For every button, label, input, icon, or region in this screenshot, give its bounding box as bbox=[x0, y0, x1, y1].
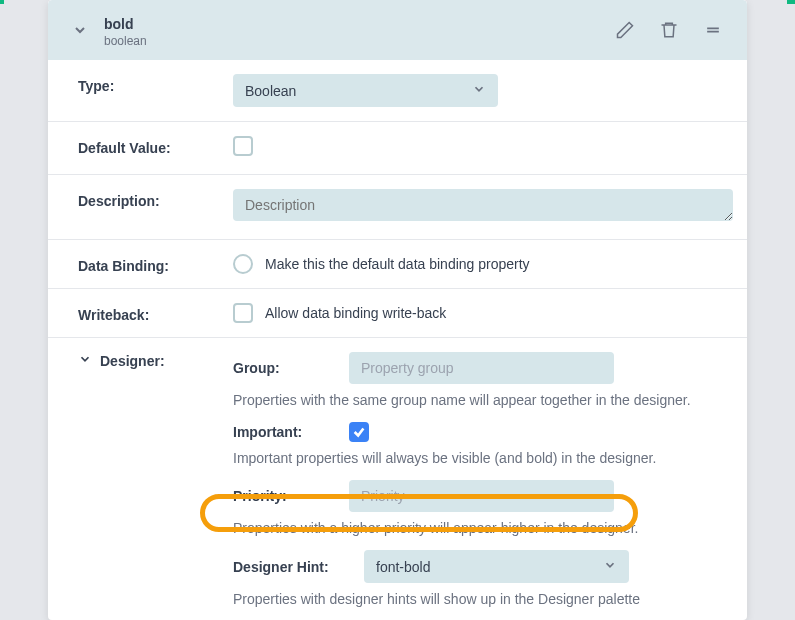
property-name: bold bbox=[104, 16, 603, 32]
header-actions bbox=[615, 20, 723, 44]
chevron-down-icon bbox=[472, 82, 486, 99]
priority-input[interactable]: Priority bbox=[349, 480, 614, 512]
writeback-checkbox[interactable] bbox=[233, 303, 253, 323]
group-help: Properties with the same group name will… bbox=[233, 392, 717, 408]
designer-hint-label: Designer Hint: bbox=[233, 559, 348, 575]
default-value-row: Default Value: bbox=[48, 122, 747, 175]
important-label: Important: bbox=[233, 424, 333, 440]
drag-handle-icon[interactable] bbox=[703, 20, 723, 44]
description-label: Description: bbox=[78, 189, 213, 209]
designer-collapse-icon[interactable] bbox=[78, 352, 92, 369]
designer-label: Designer: bbox=[100, 353, 165, 369]
designer-hint-help: Properties with designer hints will show… bbox=[233, 591, 717, 607]
description-input[interactable] bbox=[233, 189, 733, 221]
writeback-label: Writeback: bbox=[78, 303, 213, 323]
property-editor-panel: bold boolean Type: Boolean bbox=[48, 0, 747, 620]
important-checkbox[interactable] bbox=[349, 422, 369, 442]
type-select[interactable]: Boolean bbox=[233, 74, 498, 107]
designer-hint-row: Designer Hint: font-bold bbox=[233, 550, 717, 583]
delete-icon[interactable] bbox=[659, 20, 679, 44]
header-title-block: bold boolean bbox=[104, 16, 603, 48]
writeback-row: Writeback: Allow data binding write-back bbox=[48, 289, 747, 338]
group-input[interactable]: Property group bbox=[349, 352, 614, 384]
panel-header: bold boolean bbox=[48, 0, 747, 60]
default-value-checkbox[interactable] bbox=[233, 136, 253, 156]
priority-row: Priority: Priority bbox=[233, 480, 717, 512]
writeback-option-label: Allow data binding write-back bbox=[265, 305, 446, 321]
priority-help: Properties with a higher priority will a… bbox=[233, 520, 717, 536]
chevron-down-icon bbox=[603, 558, 617, 575]
data-binding-row: Data Binding: Make this the default data… bbox=[48, 240, 747, 289]
designer-content: Group: Property group Properties with th… bbox=[233, 352, 717, 620]
property-type-subtitle: boolean bbox=[104, 34, 603, 48]
data-binding-label: Data Binding: bbox=[78, 254, 213, 274]
description-row: Description: bbox=[48, 175, 747, 240]
edit-icon[interactable] bbox=[615, 20, 635, 44]
type-select-value: Boolean bbox=[245, 83, 296, 99]
important-help: Important properties will always be visi… bbox=[233, 450, 717, 466]
type-row: Type: Boolean bbox=[48, 60, 747, 122]
priority-label: Priority: bbox=[233, 488, 333, 504]
panel-body: Type: Boolean Default Value: Description… bbox=[48, 60, 747, 620]
group-label: Group: bbox=[233, 360, 333, 376]
designer-section: Designer: Group: Property group Properti… bbox=[48, 338, 747, 620]
data-binding-option-label: Make this the default data binding prope… bbox=[265, 256, 530, 272]
data-binding-radio[interactable] bbox=[233, 254, 253, 274]
designer-hint-value: font-bold bbox=[376, 559, 430, 575]
collapse-icon[interactable] bbox=[72, 22, 88, 42]
default-value-label: Default Value: bbox=[78, 136, 213, 156]
group-row: Group: Property group bbox=[233, 352, 717, 384]
important-row: Important: bbox=[233, 422, 717, 442]
designer-hint-select[interactable]: font-bold bbox=[364, 550, 629, 583]
type-label: Type: bbox=[78, 74, 213, 94]
